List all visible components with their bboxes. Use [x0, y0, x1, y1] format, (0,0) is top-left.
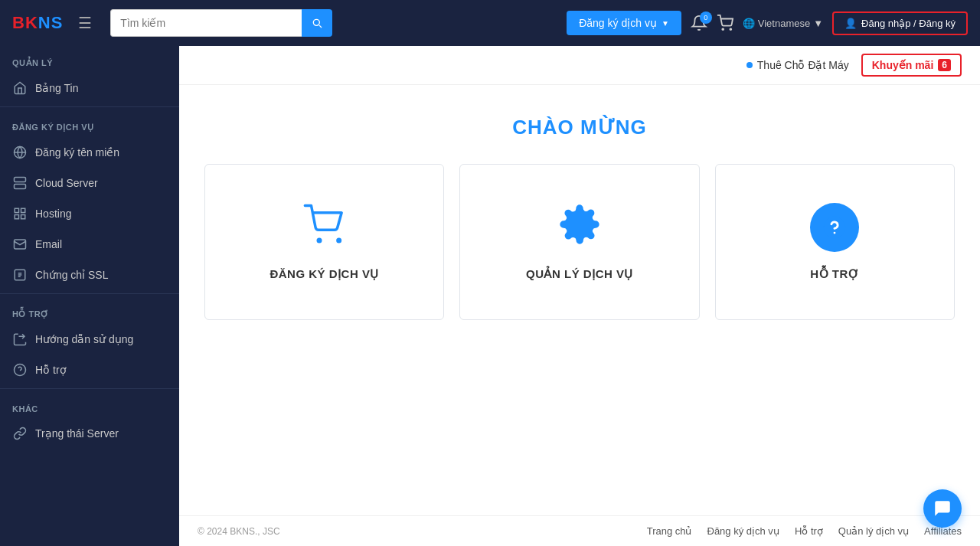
- hosting-label: Thuê Chỗ Đặt Máy: [746, 59, 849, 71]
- sidebar-section-khac: KHÁC: [0, 392, 179, 418]
- sidebar-item-bang-tin[interactable]: Bảng Tin: [0, 73, 179, 103]
- cart-button[interactable]: [717, 15, 733, 31]
- logo-text: BKNS: [12, 13, 63, 33]
- layout: QUẢN LÝ Bảng Tin ĐĂNG KÝ DỊCH VỤ Đăng ký…: [0, 46, 980, 546]
- card-ho-tro-label: HỖ TRỢ: [810, 267, 859, 281]
- chat-button[interactable]: [923, 489, 962, 528]
- search-input[interactable]: [110, 9, 302, 37]
- sidebar-divider-2: [0, 293, 179, 294]
- welcome-section: CHÀO MỪNG ĐĂNG KÝ DỊCH VỤ QUẢN LÝ DỊCH V…: [179, 85, 980, 515]
- card-dang-ky-label: ĐĂNG KÝ DỊCH VỤ: [270, 267, 379, 281]
- khuyen-mai-button[interactable]: Khuyến mãi 6: [861, 54, 962, 77]
- header-actions: Đăng ký dịch vụ ▼ 0 🌐 Vietnamese ▼ 👤 Đăn…: [567, 11, 968, 35]
- svg-rect-10: [15, 215, 18, 219]
- domain-icon: [12, 145, 28, 160]
- sidebar-divider-3: [0, 388, 179, 389]
- gear-card-icon: [558, 203, 601, 252]
- search-icon: [311, 17, 323, 29]
- svg-rect-7: [15, 208, 18, 212]
- register-service-button[interactable]: Đăng ký dịch vụ ▼: [567, 11, 681, 35]
- card-quan-ly-label: QUẢN LÝ DỊCH VỤ: [526, 267, 633, 281]
- sub-header: Thuê Chỗ Đặt Máy Khuyến mãi 6: [179, 46, 980, 85]
- svg-rect-3: [15, 178, 26, 182]
- cart-icon: [717, 15, 733, 31]
- sidebar-divider-1: [0, 106, 179, 107]
- card-ho-tro[interactable]: HỖ TRỢ: [715, 164, 955, 320]
- cards-grid: ĐĂNG KÝ DỊCH VỤ QUẢN LÝ DỊCH VỤ: [204, 164, 955, 320]
- footer-copyright: © 2024 BKNS., JSC: [198, 526, 280, 537]
- email-icon: [12, 237, 28, 252]
- cart-card-icon: [303, 203, 346, 252]
- logo-bk: BK: [12, 13, 38, 32]
- sidebar-item-email[interactable]: Email: [0, 229, 179, 260]
- sidebar-section-dich-vu: ĐĂNG KÝ DỊCH VỤ: [0, 110, 179, 137]
- dropdown-arrow-icon: ▼: [662, 19, 669, 28]
- guide-icon: [12, 332, 28, 347]
- logo[interactable]: BKNS: [12, 13, 63, 33]
- grid-icon: [12, 206, 28, 221]
- svg-point-0: [722, 28, 724, 30]
- link-icon: [12, 426, 28, 441]
- language-selector[interactable]: 🌐 Vietnamese ▼: [743, 18, 823, 29]
- sidebar-item-ssl[interactable]: Chứng chỉ SSL: [0, 260, 179, 290]
- header: BKNS ☰ Đăng ký dịch vụ ▼ 0 🌐 Vietnamese …: [0, 0, 980, 46]
- footer-link-quan-ly[interactable]: Quản lý dịch vụ: [838, 525, 909, 537]
- support-icon: [12, 362, 28, 378]
- globe-icon: 🌐: [743, 18, 755, 29]
- svg-point-16: [316, 238, 322, 244]
- main-content: Thuê Chỗ Đặt Máy Khuyến mãi 6 CHÀO MỪNG …: [179, 46, 980, 546]
- footer-link-trang-chu[interactable]: Trang chủ: [647, 525, 692, 537]
- card-quan-ly[interactable]: QUẢN LÝ DỊCH VỤ: [459, 164, 699, 320]
- svg-rect-9: [21, 215, 25, 219]
- search-bar: [110, 9, 340, 37]
- svg-point-17: [336, 238, 341, 244]
- question-card-icon: [810, 203, 859, 252]
- promo-badge: 6: [938, 59, 951, 71]
- ssl-icon: [12, 267, 28, 283]
- sidebar-item-trang-thai[interactable]: Trạng thái Server: [0, 418, 179, 449]
- sidebar-section-ho-tro: HỖ TRỢ: [0, 297, 179, 324]
- notification-button[interactable]: 0: [691, 15, 707, 31]
- search-button[interactable]: [302, 9, 332, 37]
- user-icon: 👤: [844, 18, 857, 29]
- svg-rect-4: [15, 185, 26, 189]
- notification-badge: 0: [700, 11, 712, 24]
- sidebar-item-cloud-server[interactable]: Cloud Server: [0, 168, 179, 198]
- lang-arrow-icon: ▼: [813, 18, 823, 29]
- dot-icon: [746, 62, 753, 68]
- svg-rect-8: [21, 208, 25, 212]
- footer: © 2024 BKNS., JSC Trang chủ Đăng ký dịch…: [179, 515, 980, 546]
- sidebar-item-ten-mien[interactable]: Đăng ký tên miền: [0, 137, 179, 168]
- server-icon: [12, 175, 28, 191]
- sidebar-item-hosting[interactable]: Hosting: [0, 198, 179, 229]
- login-button[interactable]: 👤 Đăng nhập / Đăng ký: [832, 11, 968, 35]
- svg-point-1: [730, 28, 731, 30]
- hamburger-icon[interactable]: ☰: [78, 14, 92, 32]
- footer-links: Trang chủ Đăng ký dịch vụ Hỗ trợ Quản lý…: [647, 525, 962, 537]
- footer-link-ho-tro[interactable]: Hỗ trợ: [795, 525, 823, 537]
- footer-link-dang-ky[interactable]: Đăng ký dịch vụ: [707, 525, 779, 537]
- sidebar-section-quan-ly: QUẢN LÝ: [0, 46, 179, 73]
- sidebar-item-huong-dan[interactable]: Hướng dẫn sử dụng: [0, 324, 179, 355]
- chat-icon: [933, 499, 952, 518]
- card-dang-ky[interactable]: ĐĂNG KÝ DỊCH VỤ: [204, 164, 444, 320]
- logo-ns: NS: [38, 13, 64, 32]
- sidebar-item-ho-tro[interactable]: Hỗ trợ: [0, 355, 179, 385]
- sidebar: QUẢN LÝ Bảng Tin ĐĂNG KÝ DỊCH VỤ Đăng ký…: [0, 46, 179, 546]
- home-icon: [12, 80, 28, 96]
- welcome-title: CHÀO MỪNG: [512, 116, 646, 139]
